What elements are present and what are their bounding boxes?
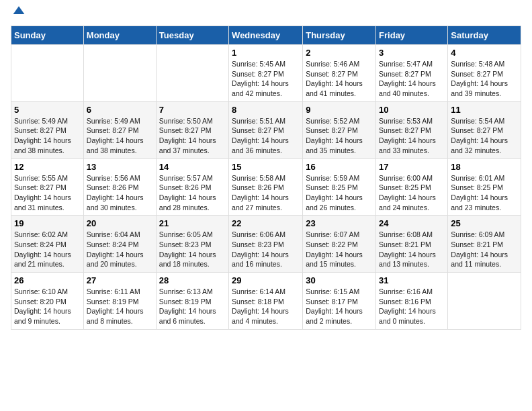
day-number: 11 — [451, 105, 518, 115]
day-cell: 7Sunrise: 5:50 AMSunset: 8:27 PMDaylight… — [156, 101, 228, 158]
logo-text — [11, 11, 26, 17]
day-number: 13 — [87, 162, 153, 172]
day-cell: 22Sunrise: 6:06 AMSunset: 8:23 PMDayligh… — [229, 216, 303, 273]
day-cell: 1Sunrise: 5:45 AMSunset: 8:27 PMDaylight… — [229, 45, 303, 102]
day-cell: 13Sunrise: 5:56 AMSunset: 8:26 PMDayligh… — [83, 158, 156, 216]
day-info: Sunrise: 5:53 AMSunset: 8:27 PMDaylight:… — [379, 116, 445, 156]
day-number: 4 — [451, 48, 518, 58]
day-number: 7 — [159, 105, 226, 115]
day-number: 29 — [232, 275, 300, 285]
day-cell: 21Sunrise: 6:05 AMSunset: 8:23 PMDayligh… — [156, 216, 228, 273]
day-cell: 8Sunrise: 5:51 AMSunset: 8:27 PMDaylight… — [229, 101, 303, 158]
day-cell: 20Sunrise: 6:04 AMSunset: 8:24 PMDayligh… — [83, 216, 156, 273]
day-number: 5 — [14, 105, 81, 115]
week-row-1: 1Sunrise: 5:45 AMSunset: 8:27 PMDaylight… — [11, 45, 521, 102]
day-info: Sunrise: 5:45 AMSunset: 8:27 PMDaylight:… — [232, 59, 300, 99]
day-info: Sunrise: 6:06 AMSunset: 8:23 PMDaylight:… — [232, 230, 300, 269]
day-cell: 15Sunrise: 5:58 AMSunset: 8:26 PMDayligh… — [229, 158, 303, 216]
day-number: 30 — [306, 275, 373, 285]
day-info: Sunrise: 5:56 AMSunset: 8:26 PMDaylight:… — [87, 173, 153, 213]
day-number: 1 — [232, 48, 300, 58]
day-cell: 29Sunrise: 6:14 AMSunset: 8:18 PMDayligh… — [229, 273, 303, 330]
day-info: Sunrise: 5:50 AMSunset: 8:27 PMDaylight:… — [159, 116, 226, 156]
day-number: 14 — [159, 162, 226, 172]
day-number: 31 — [379, 275, 445, 285]
day-cell — [448, 273, 521, 330]
weekday-header-row: SundayMondayTuesdayWednesdayThursdayFrid… — [11, 26, 521, 45]
day-cell — [11, 45, 84, 102]
day-number: 23 — [306, 218, 373, 228]
week-row-4: 19Sunrise: 6:02 AMSunset: 8:24 PMDayligh… — [11, 216, 521, 273]
day-number: 3 — [379, 48, 445, 58]
day-number: 12 — [14, 162, 81, 172]
week-row-2: 5Sunrise: 5:49 AMSunset: 8:27 PMDaylight… — [11, 101, 521, 158]
day-info: Sunrise: 5:46 AMSunset: 8:27 PMDaylight:… — [306, 59, 373, 99]
day-info: Sunrise: 6:01 AMSunset: 8:25 PMDaylight:… — [451, 173, 518, 213]
day-cell: 14Sunrise: 5:57 AMSunset: 8:26 PMDayligh… — [156, 158, 228, 216]
day-number: 20 — [87, 218, 153, 228]
day-cell: 17Sunrise: 6:00 AMSunset: 8:25 PMDayligh… — [376, 158, 448, 216]
day-info: Sunrise: 5:57 AMSunset: 8:26 PMDaylight:… — [159, 173, 226, 213]
day-cell: 12Sunrise: 5:55 AMSunset: 8:27 PMDayligh… — [11, 158, 84, 216]
day-number: 9 — [306, 105, 373, 115]
day-number: 25 — [451, 218, 518, 228]
day-cell: 30Sunrise: 6:15 AMSunset: 8:17 PMDayligh… — [303, 273, 376, 330]
calendar: SundayMondayTuesdayWednesdayThursdayFrid… — [11, 26, 521, 330]
weekday-header-friday: Friday — [376, 26, 448, 45]
day-info: Sunrise: 5:51 AMSunset: 8:27 PMDaylight:… — [232, 116, 300, 156]
day-cell: 25Sunrise: 6:09 AMSunset: 8:21 PMDayligh… — [448, 216, 521, 273]
weekday-header-sunday: Sunday — [11, 26, 84, 45]
day-info: Sunrise: 6:09 AMSunset: 8:21 PMDaylight:… — [451, 230, 518, 269]
day-info: Sunrise: 6:05 AMSunset: 8:23 PMDaylight:… — [159, 230, 226, 269]
day-number: 15 — [232, 162, 300, 172]
day-cell: 31Sunrise: 6:16 AMSunset: 8:16 PMDayligh… — [376, 273, 448, 330]
logo — [11, 11, 26, 17]
day-info: Sunrise: 6:15 AMSunset: 8:17 PMDaylight:… — [306, 287, 373, 326]
day-number: 28 — [159, 275, 226, 285]
weekday-header-tuesday: Tuesday — [156, 26, 228, 45]
day-number: 6 — [87, 105, 153, 115]
day-info: Sunrise: 6:00 AMSunset: 8:25 PMDaylight:… — [379, 173, 445, 213]
weekday-header-thursday: Thursday — [303, 26, 376, 45]
day-info: Sunrise: 6:08 AMSunset: 8:21 PMDaylight:… — [379, 230, 445, 269]
day-number: 19 — [14, 218, 81, 228]
day-cell: 23Sunrise: 6:07 AMSunset: 8:22 PMDayligh… — [303, 216, 376, 273]
day-info: Sunrise: 6:14 AMSunset: 8:18 PMDaylight:… — [232, 287, 300, 326]
week-row-5: 26Sunrise: 6:10 AMSunset: 8:20 PMDayligh… — [11, 273, 521, 330]
day-number: 26 — [14, 275, 81, 285]
day-number: 8 — [232, 105, 300, 115]
weekday-header-wednesday: Wednesday — [229, 26, 303, 45]
day-number: 17 — [379, 162, 445, 172]
day-info: Sunrise: 5:58 AMSunset: 8:26 PMDaylight:… — [232, 173, 300, 213]
day-cell — [156, 45, 228, 102]
day-cell: 4Sunrise: 5:48 AMSunset: 8:27 PMDaylight… — [448, 45, 521, 102]
day-cell: 18Sunrise: 6:01 AMSunset: 8:25 PMDayligh… — [448, 158, 521, 216]
day-info: Sunrise: 5:52 AMSunset: 8:27 PMDaylight:… — [306, 116, 373, 156]
day-number: 21 — [159, 218, 226, 228]
day-number: 10 — [379, 105, 445, 115]
day-number: 22 — [232, 218, 300, 228]
day-number: 16 — [306, 162, 373, 172]
day-info: Sunrise: 5:54 AMSunset: 8:27 PMDaylight:… — [451, 116, 518, 156]
day-info: Sunrise: 5:49 AMSunset: 8:27 PMDaylight:… — [87, 116, 153, 156]
weekday-header-saturday: Saturday — [448, 26, 521, 45]
day-cell: 19Sunrise: 6:02 AMSunset: 8:24 PMDayligh… — [11, 216, 84, 273]
day-cell: 5Sunrise: 5:49 AMSunset: 8:27 PMDaylight… — [11, 101, 84, 158]
day-cell: 10Sunrise: 5:53 AMSunset: 8:27 PMDayligh… — [376, 101, 448, 158]
day-info: Sunrise: 5:55 AMSunset: 8:27 PMDaylight:… — [14, 173, 81, 213]
day-cell: 16Sunrise: 5:59 AMSunset: 8:25 PMDayligh… — [303, 158, 376, 216]
day-info: Sunrise: 5:49 AMSunset: 8:27 PMDaylight:… — [14, 116, 81, 156]
day-cell: 6Sunrise: 5:49 AMSunset: 8:27 PMDaylight… — [83, 101, 156, 158]
day-cell: 28Sunrise: 6:13 AMSunset: 8:19 PMDayligh… — [156, 273, 228, 330]
week-row-3: 12Sunrise: 5:55 AMSunset: 8:27 PMDayligh… — [11, 158, 521, 216]
day-cell — [83, 45, 156, 102]
day-cell: 27Sunrise: 6:11 AMSunset: 8:19 PMDayligh… — [83, 273, 156, 330]
day-cell: 3Sunrise: 5:47 AMSunset: 8:27 PMDaylight… — [376, 45, 448, 102]
logo-icon — [12, 4, 26, 17]
day-number: 27 — [87, 275, 153, 285]
day-info: Sunrise: 6:10 AMSunset: 8:20 PMDaylight:… — [14, 287, 81, 326]
page-header — [11, 11, 521, 17]
day-info: Sunrise: 5:47 AMSunset: 8:27 PMDaylight:… — [379, 59, 445, 99]
weekday-header-monday: Monday — [83, 26, 156, 45]
day-info: Sunrise: 6:07 AMSunset: 8:22 PMDaylight:… — [306, 230, 373, 269]
